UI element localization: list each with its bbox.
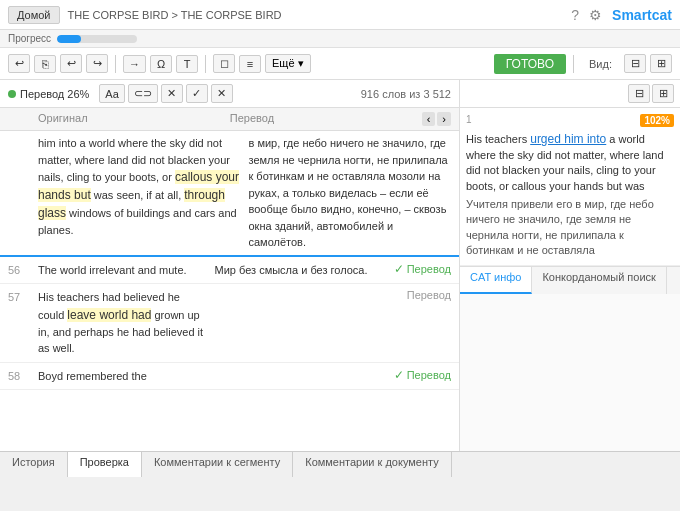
seg-translation-56: Мир без смысла и без голоса. [215, 262, 384, 279]
main-container: Перевод 26% Aa ⊂⊃ ✕ ✓ ✕ 916 слов из 3 51… [0, 80, 680, 451]
format-check-btn[interactable]: ✓ [186, 84, 208, 103]
format-x-btn[interactable]: ✕ [161, 84, 183, 103]
cat-match-item: 1 102% His teachers urged him into a wor… [460, 108, 680, 266]
separator-3 [573, 55, 574, 73]
seg-status-57: Перевод [391, 289, 451, 301]
translation-text: в мир, где небо ничего не значило, где з… [249, 135, 452, 251]
top-bar: Домой THE CORPSE BIRD > THE CORPSE BIRD … [0, 0, 680, 30]
col-nav: ‹ › [422, 112, 451, 126]
bottom-tab-doc-comments[interactable]: Комментарии к документу [293, 452, 451, 477]
progress-fill [57, 35, 81, 43]
col-translation-header: Перевод [230, 112, 422, 126]
bottom-tab-check[interactable]: Проверка [68, 452, 142, 477]
col-nav-prev[interactable]: ‹ [422, 112, 436, 126]
right-sub-toolbar: ⊟ ⊞ [460, 80, 680, 108]
segment-row-56[interactable]: 56 The world irrelevant and mute. Мир бе… [0, 257, 459, 285]
toolbar-btn-camera[interactable]: ◻ [213, 54, 235, 73]
help-icon[interactable]: ? [571, 7, 579, 23]
seg-status-56: ✓ Перевод [391, 262, 451, 276]
col-num-header [8, 112, 38, 126]
bottom-tabs: История Проверка Комментарии к сегменту … [0, 451, 680, 477]
cat-tab-concordance[interactable]: Конкорданомый поиск [532, 267, 666, 294]
toolbar-btn-undo[interactable]: ↩ [8, 54, 30, 73]
right-panel: ⊟ ⊞ 1 102% His teachers urged him into a… [460, 80, 680, 451]
format-tag-btn[interactable]: ⊂⊃ [128, 84, 158, 103]
toolbar-btn-copy[interactable]: ⎘ [34, 55, 56, 73]
cat-match-pct: 102% [640, 114, 674, 127]
editor-panel: Перевод 26% Aa ⊂⊃ ✕ ✓ ✕ 916 слов из 3 51… [0, 80, 460, 451]
toolbar-btn-list[interactable]: ≡ [239, 55, 261, 73]
separator-1 [115, 55, 116, 73]
segment-list: him into a world where the sky did not m… [0, 131, 459, 451]
format-x2-btn[interactable]: ✕ [211, 84, 233, 103]
cat-btn-2[interactable]: ⊞ [652, 84, 674, 103]
active-segment[interactable]: him into a world where the sky did not m… [0, 131, 459, 257]
cat-match-num: 1 [466, 114, 472, 125]
segment-row-58[interactable]: 58 Boyd remembered the ✓ Перевод [0, 363, 459, 391]
progress-row: Прогресс [0, 30, 680, 48]
cat-source: His teachers urged him into a world wher… [466, 131, 674, 194]
cat-btn-1[interactable]: ⊟ [628, 84, 650, 103]
home-button[interactable]: Домой [8, 6, 60, 24]
toolbar-btn-T[interactable]: T [176, 55, 198, 73]
toolbar-more-button[interactable]: Ещё ▾ [265, 54, 311, 73]
done-button[interactable]: ГОТОВО [494, 54, 566, 74]
breadcrumb: THE CORPSE BIRD > THE CORPSE BIRD [68, 9, 564, 21]
translation-pct: Перевод 26% [20, 88, 89, 100]
bottom-tab-history[interactable]: История [0, 452, 68, 477]
smartcat-logo: Smartcat [612, 7, 672, 23]
active-seg-translation[interactable]: в мир, где небо ничего не значило, где з… [249, 135, 452, 251]
word-count: 916 слов из 3 512 [361, 88, 451, 100]
green-dot [8, 90, 16, 98]
active-segment-content: him into a world where the sky did not m… [0, 131, 459, 255]
seg-status-58: ✓ Перевод [391, 368, 451, 382]
seg-original-56: The world irrelevant and mute. [38, 262, 207, 279]
seg-num-56: 56 [8, 262, 30, 276]
toolbar-btn-forward[interactable]: ↪ [86, 54, 108, 73]
seg-num-57: 57 [8, 289, 30, 303]
cat-tab-info[interactable]: CAT инфо [460, 267, 532, 294]
seg-original-57: His teachers had believed he could leave… [38, 289, 207, 357]
progress-track [57, 35, 137, 43]
active-seg-original: him into a world where the sky did not m… [38, 135, 241, 239]
view-label: Вид: [581, 56, 620, 72]
editor-sub-toolbar: Перевод 26% Aa ⊂⊃ ✕ ✓ ✕ 916 слов из 3 51… [0, 80, 459, 108]
view-toggle-btn[interactable]: ⊟ [624, 54, 646, 73]
top-bar-icons: ? ⚙ Smartcat [571, 7, 672, 23]
toolbar: ↩ ⎘ ↩ ↪ → Ω T ◻ ≡ Ещё ▾ ГОТОВО Вид: ⊟ ⊞ [0, 48, 680, 80]
toolbar-btn-back[interactable]: ↩ [60, 54, 82, 73]
cat-target: Учителя привели его в мир, где небо ниче… [466, 197, 674, 259]
column-headers: Оригинал Перевод ‹ › [0, 108, 459, 131]
seg-num-58: 58 [8, 368, 30, 382]
cat-tabs: CAT инфо Конкорданомый поиск [460, 266, 680, 294]
view-expand-btn[interactable]: ⊞ [650, 54, 672, 73]
translation-indicator: Перевод 26% [8, 88, 89, 100]
separator-2 [205, 55, 206, 73]
segment-row-57[interactable]: 57 His teachers had believed he could le… [0, 284, 459, 363]
format-aa-btn[interactable]: Aa [99, 84, 124, 103]
seg-original-58: Boyd remembered the [38, 368, 207, 385]
toolbar-btn-omega[interactable]: Ω [150, 55, 172, 73]
format-buttons: Aa ⊂⊃ ✕ ✓ ✕ [99, 84, 232, 103]
col-original-header: Оригинал [38, 112, 230, 126]
progress-label: Прогресс [8, 33, 51, 44]
col-nav-next[interactable]: › [437, 112, 451, 126]
cat-match-header: 1 102% [466, 114, 674, 127]
settings-icon[interactable]: ⚙ [589, 7, 602, 23]
cat-source-highlight: urged him into [530, 132, 606, 146]
toolbar-btn-arrow[interactable]: → [123, 55, 146, 73]
active-seg-num [8, 135, 30, 137]
bottom-tab-segment-comments[interactable]: Комментарии к сегменту [142, 452, 293, 477]
